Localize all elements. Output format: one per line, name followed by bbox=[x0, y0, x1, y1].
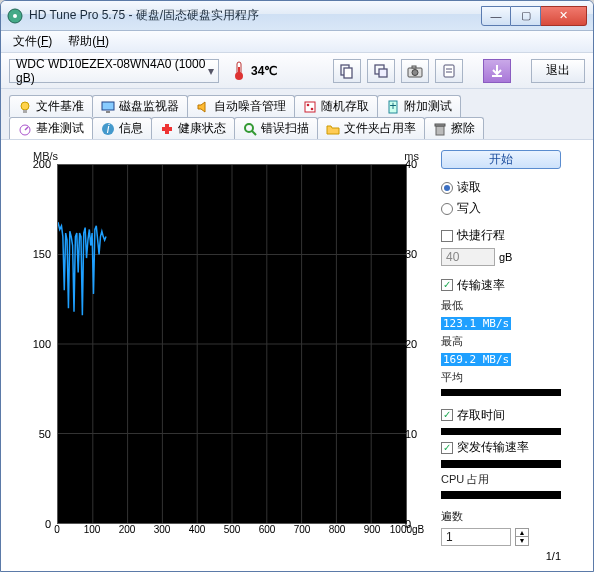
dice-icon bbox=[303, 100, 317, 114]
checkbox-shortstroke[interactable]: 快捷行程 bbox=[441, 227, 561, 244]
menu-bar: 文件(F) 帮助(H) bbox=[1, 31, 593, 53]
svg-rect-17 bbox=[23, 110, 27, 113]
passes-input[interactable]: 1 bbox=[441, 528, 511, 546]
tab-随机存取[interactable]: 随机存取 bbox=[294, 95, 378, 117]
svg-text:+: + bbox=[389, 100, 396, 113]
label-min: 最低 bbox=[441, 298, 561, 313]
app-icon bbox=[7, 8, 23, 24]
value-cpu bbox=[441, 491, 561, 499]
menu-file[interactable]: 文件(F) bbox=[7, 31, 58, 52]
label-passes: 遍数 bbox=[441, 509, 561, 524]
plus-doc-icon: + bbox=[386, 100, 400, 114]
checkbox-icon bbox=[441, 442, 453, 454]
checkbox-icon bbox=[441, 279, 453, 291]
svg-point-21 bbox=[307, 103, 310, 106]
spin-up-button[interactable]: ▲ bbox=[515, 528, 529, 537]
chevron-down-icon: ▾ bbox=[208, 64, 214, 78]
svg-rect-11 bbox=[412, 66, 416, 68]
drive-select[interactable]: WDC WD10EZEX-08WN4A0 (1000 gB) ▾ bbox=[9, 59, 219, 83]
tab-strip: 文件基准磁盘监视器自动噪音管理随机存取+附加测试 基准测试i信息健康状态错误扫描… bbox=[1, 89, 593, 140]
svg-point-10 bbox=[412, 69, 418, 75]
svg-rect-12 bbox=[444, 65, 454, 77]
label-max: 最高 bbox=[441, 334, 561, 349]
svg-rect-33 bbox=[436, 126, 444, 135]
svg-rect-8 bbox=[379, 69, 387, 77]
drive-select-value: WDC WD10EZEX-08WN4A0 (1000 gB) bbox=[16, 57, 212, 85]
tab-信息[interactable]: i信息 bbox=[92, 117, 152, 139]
svg-point-1 bbox=[13, 14, 17, 18]
start-button[interactable]: 开始 bbox=[441, 150, 561, 169]
info-icon: i bbox=[101, 122, 115, 136]
exit-button[interactable]: 退出 bbox=[531, 59, 585, 83]
content-area: MB/s ms 050100150200 010203040 010020030… bbox=[1, 140, 593, 570]
gauge-icon bbox=[18, 122, 32, 136]
tab-错误扫描[interactable]: 错误扫描 bbox=[234, 117, 318, 139]
unit-label: gB bbox=[499, 251, 512, 263]
minimize-button[interactable]: — bbox=[481, 6, 511, 26]
tab-自动噪音管理[interactable]: 自动噪音管理 bbox=[187, 95, 295, 117]
value-max: 169.2 MB/s bbox=[441, 353, 561, 366]
radio-write[interactable]: 写入 bbox=[441, 200, 561, 217]
window-controls: — ▢ ✕ bbox=[481, 6, 587, 26]
radio-read[interactable]: 读取 bbox=[441, 179, 561, 196]
y-axis-right-ticks: 010203040 bbox=[403, 164, 427, 524]
tab-文件夹占用率[interactable]: 文件夹占用率 bbox=[317, 117, 425, 139]
save-button[interactable] bbox=[483, 59, 511, 83]
checkbox-transfer[interactable]: 传输速率 bbox=[441, 277, 561, 294]
trash-icon bbox=[433, 122, 447, 136]
health-icon bbox=[160, 122, 174, 136]
svg-point-16 bbox=[21, 102, 29, 110]
svg-rect-6 bbox=[344, 68, 352, 78]
checkbox-icon bbox=[441, 230, 453, 242]
temperature-value: 34℃ bbox=[251, 64, 277, 78]
svg-rect-20 bbox=[305, 102, 315, 112]
spin-down-button[interactable]: ▼ bbox=[515, 537, 529, 546]
monitor-icon bbox=[101, 100, 115, 114]
label-cpu: CPU 占用 bbox=[441, 472, 561, 487]
svg-rect-19 bbox=[106, 111, 110, 113]
y-axis-left-ticks: 050100150200 bbox=[31, 164, 55, 524]
temperature-display: 34℃ bbox=[231, 61, 277, 81]
radio-icon bbox=[441, 182, 453, 194]
copy-info-button[interactable] bbox=[333, 59, 361, 83]
x-axis-ticks: 01002003004005006007008009001000gB bbox=[57, 524, 417, 540]
tab-文件基准[interactable]: 文件基准 bbox=[9, 95, 93, 117]
svg-rect-18 bbox=[102, 102, 114, 110]
camera-button[interactable] bbox=[401, 59, 429, 83]
benchmark-chart: MB/s ms 050100150200 010203040 010020030… bbox=[11, 150, 431, 562]
svg-rect-34 bbox=[435, 124, 445, 126]
tab-基准测试[interactable]: 基准测试 bbox=[9, 117, 93, 139]
tab-健康状态[interactable]: 健康状态 bbox=[151, 117, 235, 139]
tab-磁盘监视器[interactable]: 磁盘监视器 bbox=[92, 95, 188, 117]
tab-擦除[interactable]: 擦除 bbox=[424, 117, 484, 139]
clipboard-button[interactable] bbox=[435, 59, 463, 83]
thermometer-icon bbox=[231, 61, 247, 81]
radio-icon bbox=[441, 203, 453, 215]
svg-point-22 bbox=[311, 107, 314, 110]
checkbox-icon bbox=[441, 409, 453, 421]
checkbox-burst[interactable]: 突发传输速率 bbox=[441, 439, 561, 456]
toolbar: WDC WD10EZEX-08WN4A0 (1000 gB) ▾ 34℃ 退出 bbox=[1, 53, 593, 89]
tab-附加测试[interactable]: +附加测试 bbox=[377, 95, 461, 117]
svg-point-31 bbox=[245, 124, 253, 132]
search-icon bbox=[243, 122, 257, 136]
svg-rect-4 bbox=[238, 67, 240, 76]
menu-help[interactable]: 帮助(H) bbox=[62, 31, 115, 52]
speaker-icon bbox=[196, 100, 210, 114]
checkbox-access[interactable]: 存取时间 bbox=[441, 407, 561, 424]
app-window: HD Tune Pro 5.75 - 硬盘/固态硬盘实用程序 — ▢ ✕ 文件(… bbox=[0, 0, 594, 572]
value-avg bbox=[441, 389, 561, 397]
side-panel: 开始 读取 写入 快捷行程 40 gB 传输速率 最低 123.1 MB/s 最… bbox=[441, 150, 561, 562]
window-title: HD Tune Pro 5.75 - 硬盘/固态硬盘实用程序 bbox=[29, 7, 481, 24]
bulb-icon bbox=[18, 100, 32, 114]
maximize-button[interactable]: ▢ bbox=[511, 6, 541, 26]
svg-line-32 bbox=[252, 131, 256, 135]
label-avg: 平均 bbox=[441, 370, 561, 385]
svg-text:i: i bbox=[107, 122, 110, 136]
close-button[interactable]: ✕ bbox=[541, 6, 587, 26]
page-indicator: 1/1 bbox=[441, 550, 561, 562]
folder-icon bbox=[326, 122, 340, 136]
value-min: 123.1 MB/s bbox=[441, 317, 561, 330]
screenshot-button[interactable] bbox=[367, 59, 395, 83]
shortstroke-input: 40 bbox=[441, 248, 495, 266]
